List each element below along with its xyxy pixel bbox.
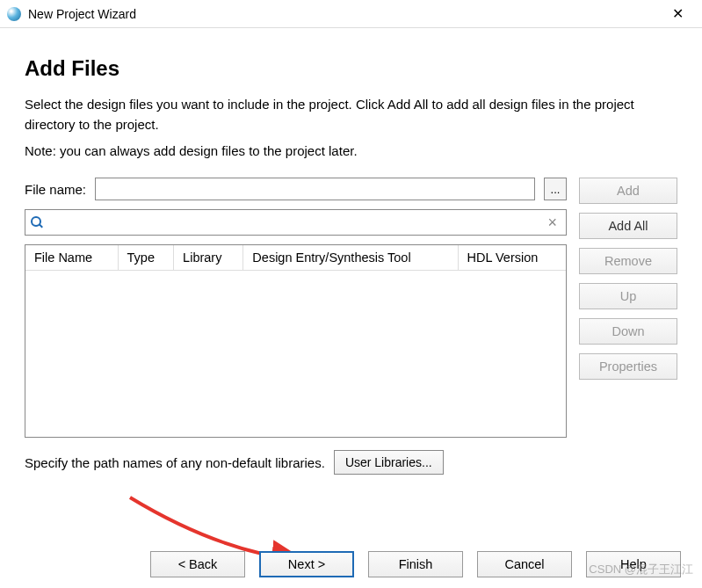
add-all-button[interactable]: Add All	[579, 213, 677, 239]
remove-button[interactable]: Remove	[579, 248, 677, 274]
next-button[interactable]: Next >	[259, 551, 354, 577]
wizard-footer: < Back Next > Finish Cancel Help	[150, 551, 681, 577]
properties-button[interactable]: Properties	[579, 353, 677, 380]
browse-button[interactable]: ...	[544, 178, 567, 200]
help-button[interactable]: Help	[586, 551, 681, 577]
window-title: New Project Wizard	[28, 7, 660, 21]
libraries-text: Specify the path names of any non-defaul…	[25, 455, 325, 470]
user-libraries-button[interactable]: User Libraries...	[334, 450, 444, 475]
page-heading: Add Files	[25, 56, 677, 81]
col-hdl-version[interactable]: HDL Version	[458, 245, 566, 271]
search-input[interactable]	[48, 210, 544, 235]
col-library[interactable]: Library	[174, 245, 243, 271]
search-icon	[31, 216, 43, 229]
side-button-column: Add Add All Remove Up Down Properties	[579, 178, 677, 475]
col-type[interactable]: Type	[118, 245, 174, 271]
add-button[interactable]: Add	[579, 178, 677, 204]
cancel-button[interactable]: Cancel	[477, 551, 572, 577]
filename-row: File name: ...	[25, 178, 567, 200]
content-area: Add Files Select the design files you wa…	[0, 28, 702, 483]
filename-input[interactable]	[95, 178, 535, 200]
search-row: ×	[25, 209, 567, 236]
col-file-name[interactable]: File Name	[25, 245, 118, 271]
col-design-tool[interactable]: Design Entry/Synthesis Tool	[243, 245, 458, 271]
app-icon	[7, 7, 21, 21]
back-button[interactable]: < Back	[150, 551, 245, 577]
table-header-row: File Name Type Library Design Entry/Synt…	[25, 245, 566, 271]
libraries-row: Specify the path names of any non-defaul…	[25, 450, 567, 475]
clear-icon[interactable]: ×	[544, 214, 561, 232]
file-table[interactable]: File Name Type Library Design Entry/Synt…	[25, 244, 567, 438]
finish-button[interactable]: Finish	[368, 551, 463, 577]
filename-label: File name:	[25, 182, 86, 197]
up-button[interactable]: Up	[579, 283, 677, 309]
page-description: Select the design files you want to incl…	[25, 95, 677, 134]
title-bar: New Project Wizard ✕	[0, 0, 702, 28]
close-icon[interactable]: ✕	[660, 2, 695, 26]
page-note: Note: you can always add design files to…	[25, 143, 677, 158]
down-button[interactable]: Down	[579, 318, 677, 345]
